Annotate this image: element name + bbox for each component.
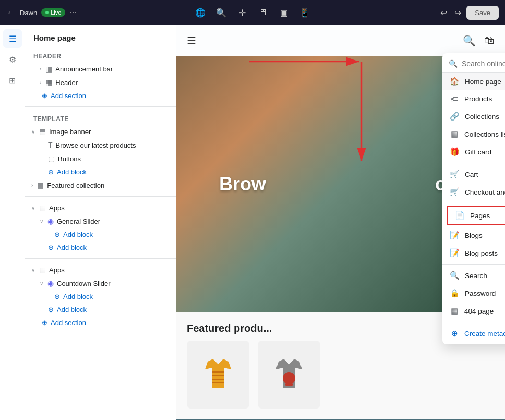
chevron-icon: ∨ xyxy=(40,281,43,286)
add-block-label-3: Add block xyxy=(57,244,87,251)
header-label: Header xyxy=(55,79,167,87)
plus-icon: ⊕ xyxy=(54,231,60,238)
hamburger-icon: ☰ xyxy=(187,34,196,47)
desktop-button[interactable]: 🖥 xyxy=(255,4,271,21)
dropdown-item-collections-list[interactable]: ▦ Collections list xyxy=(442,125,505,143)
countdown-slider-item[interactable]: ∨ ◉ Countdown Slider xyxy=(25,277,176,290)
cursor-button[interactable]: ✛ xyxy=(234,4,250,21)
hero-text: Browse our latest products xyxy=(219,173,462,195)
collections-label: Collections xyxy=(465,113,505,121)
live-dot-icon xyxy=(45,11,49,14)
dropdown-item-create-meta[interactable]: ⊕ Create metaobject template xyxy=(442,325,505,342)
browse-text-label: Browse our latest products xyxy=(56,141,167,149)
header-section-label: Header xyxy=(25,49,176,62)
add-block-button-4[interactable]: ⊕ Add block xyxy=(25,290,176,303)
chevron-icon: ∨ xyxy=(31,267,35,273)
dropdown-item-gift-card[interactable]: 🎁 Gift card xyxy=(442,143,505,161)
featured-products-label: Featured produ... xyxy=(187,322,272,334)
mobile-button[interactable]: 📱 xyxy=(296,4,313,21)
apps-1-item[interactable]: ∨ ▦ Apps xyxy=(25,201,176,214)
add-section-button-2[interactable]: ⊕ Add section xyxy=(25,316,176,329)
countdown-slider-icon: ◉ xyxy=(47,279,54,287)
dropdown-item-checkout[interactable]: 🛒 Checkout and customer accounts xyxy=(442,183,505,201)
text-icon: T xyxy=(48,141,53,149)
dropdown-item-home-page[interactable]: 🏠 Home page xyxy=(442,73,505,90)
buttons-item[interactable]: ▢ Buttons xyxy=(25,152,176,165)
preview-area: ☰ 🔍 🛍 Browse our latest products Feature… xyxy=(176,25,505,420)
more-button[interactable]: ··· xyxy=(69,8,76,17)
404-label: 404 page xyxy=(464,307,505,315)
chevron-icon: ∨ xyxy=(31,205,35,211)
announcement-bar-item[interactable]: › ▦ Announcement bar xyxy=(25,62,176,76)
featured-collection-item[interactable]: › ▦ Featured collection xyxy=(25,178,176,192)
general-slider-item[interactable]: ∨ ◉ General Slider xyxy=(25,214,176,228)
undo-button[interactable]: ↩ xyxy=(438,6,449,20)
redo-button[interactable]: ↪ xyxy=(452,6,463,20)
header-item[interactable]: › ▦ Header xyxy=(25,76,176,89)
preview-nav: ☰ 🔍 🛍 xyxy=(176,25,505,56)
product-card-1 xyxy=(187,341,249,409)
save-button[interactable]: Save xyxy=(466,6,499,20)
image-banner-icon: ▦ xyxy=(39,127,46,136)
apps-icon-button[interactable]: ⊞ xyxy=(3,71,22,90)
search-label: Search xyxy=(465,272,505,280)
dropdown-item-pages[interactable]: 📄 Pages › xyxy=(447,206,505,225)
dropdown-search-bar: 🔍 xyxy=(442,55,505,73)
nav-left: ☰ xyxy=(187,34,196,47)
general-slider-icon: ◉ xyxy=(47,217,54,225)
back-button[interactable]: ← xyxy=(6,7,16,18)
add-block-button-3[interactable]: ⊕ Add block xyxy=(25,241,176,254)
dropdown-item-products[interactable]: 🏷 Products › xyxy=(442,90,505,107)
chevron-icon: › xyxy=(40,80,41,86)
404-icon: ▦ xyxy=(450,306,459,316)
sections-icon-button[interactable]: ☰ xyxy=(3,29,22,48)
add-section-label: Add section xyxy=(51,92,86,100)
featured-collection-label: Featured collection xyxy=(47,182,167,189)
dropdown-item-collections[interactable]: 🔗 Collections › xyxy=(442,107,505,125)
dropdown-item-search[interactable]: 🔍 Search xyxy=(442,267,505,284)
gift-card-icon: 🎁 xyxy=(450,147,460,157)
image-banner-label: Image banner xyxy=(49,128,167,136)
top-bar: ← Dawn Live ··· 🌐 🔍 ✛ 🖥 ▣ 📱 ↩ ↪ Save xyxy=(0,0,505,25)
collections-list-label: Collections list xyxy=(464,130,505,138)
sidebar-icons: ☰ ⚙ ⊞ xyxy=(0,25,25,420)
dropdown-item-password[interactable]: 🔒 Password xyxy=(442,284,505,302)
search-preview-button[interactable]: 🔍 xyxy=(213,4,230,21)
page-title: Home page xyxy=(25,25,176,49)
cart-label: Cart xyxy=(465,171,505,178)
apps-2-item[interactable]: ∨ ▦ Apps xyxy=(25,263,176,277)
svg-rect-1 xyxy=(212,368,224,388)
blog-posts-icon: 📝 xyxy=(450,248,460,258)
collections-list-icon: ▦ xyxy=(450,129,459,139)
live-badge: Live xyxy=(41,8,65,17)
search-online-store-input[interactable] xyxy=(462,59,505,68)
globe-button[interactable]: 🌐 xyxy=(192,4,209,21)
products-label: Products xyxy=(464,95,505,103)
svg-point-8 xyxy=(283,372,295,385)
chevron-icon: › xyxy=(40,66,41,72)
add-block-label-5: Add block xyxy=(57,306,87,314)
add-block-button-2[interactable]: ⊕ Add block xyxy=(25,228,176,241)
tablet-button[interactable]: ▣ xyxy=(275,4,292,21)
plus-icon: ⊕ xyxy=(48,244,54,251)
buttons-icon: ▢ xyxy=(48,154,55,163)
svg-point-9 xyxy=(285,383,293,386)
create-meta-label: Create metaobject template xyxy=(464,330,505,338)
left-panel: Home page Header › ▦ Announcement bar › … xyxy=(25,25,176,420)
image-banner-item[interactable]: ∨ ▦ Image banner xyxy=(25,125,176,138)
add-block-label-4: Add block xyxy=(63,293,93,301)
add-section-button-1[interactable]: ⊕ Add section xyxy=(25,89,176,102)
divider-3 xyxy=(25,258,176,259)
dropdown-item-blogs[interactable]: 📝 Blogs › xyxy=(442,226,505,244)
search-dropdown: 🔍 🏠 Home page 🏷 Products › 🔗 Collections… xyxy=(442,53,505,344)
add-block-button-5[interactable]: ⊕ Add block xyxy=(25,303,176,316)
dropdown-item-404[interactable]: ▦ 404 page xyxy=(442,302,505,320)
announcement-bar-label: Announcement bar xyxy=(55,65,167,73)
browse-text-item[interactable]: T Browse our latest products xyxy=(25,138,176,152)
dropdown-item-blog-posts[interactable]: 📝 Blog posts › xyxy=(442,244,505,262)
dropdown-item-cart[interactable]: 🛒 Cart xyxy=(442,165,505,183)
settings-icon-button[interactable]: ⚙ xyxy=(3,50,22,69)
checkout-icon: 🛒 xyxy=(450,187,460,197)
top-bar-center: 🌐 🔍 ✛ 🖥 ▣ 📱 xyxy=(192,4,313,21)
add-block-button-1[interactable]: ⊕ Add block xyxy=(25,165,176,178)
